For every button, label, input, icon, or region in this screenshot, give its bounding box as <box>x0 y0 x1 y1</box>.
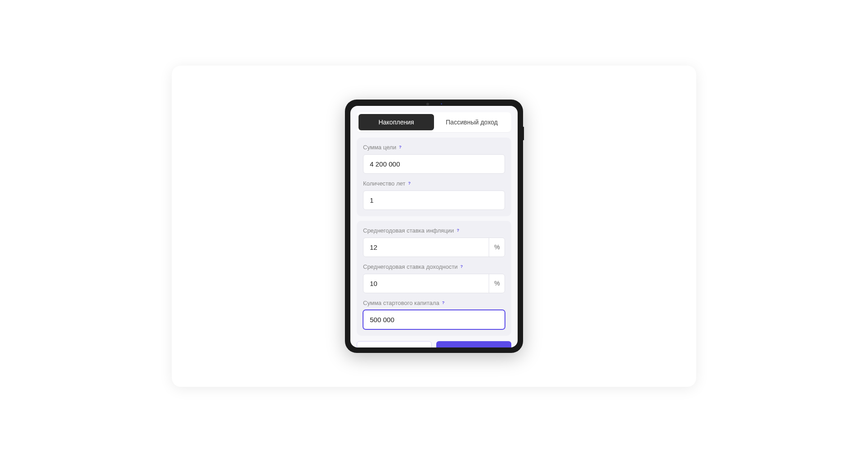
camera-dot <box>426 103 429 105</box>
field-start-capital: Сумма стартового капитала ? <box>363 300 505 329</box>
help-icon[interactable]: ? <box>457 228 459 233</box>
years-label: Количество лет <box>363 180 406 187</box>
start-capital-input[interactable] <box>363 310 505 329</box>
tab-savings[interactable]: Накопления <box>359 114 434 130</box>
field-return-rate: Среднегодовая ставка доходности ? % <box>363 263 505 293</box>
tabs: Накопления Пассивный доход <box>357 112 511 132</box>
help-icon[interactable]: ? <box>399 145 401 149</box>
calculate-button[interactable]: Рассчитать <box>436 341 511 347</box>
help-icon[interactable]: ? <box>460 264 463 269</box>
tab-passive-income[interactable]: Пассивный доход <box>434 114 509 130</box>
field-years: Количество лет ? <box>363 180 505 210</box>
years-input[interactable] <box>363 190 505 210</box>
goal-amount-label: Сумма цели <box>363 144 396 151</box>
section-goal: Сумма цели ? Количество лет ? <box>357 138 511 216</box>
return-rate-input[interactable] <box>363 274 505 293</box>
tablet-notch <box>414 102 454 106</box>
return-rate-label: Среднегодовая ставка доходности <box>363 263 458 270</box>
field-inflation: Среднегодовая ставка инфляции ? % <box>363 227 505 257</box>
tablet-frame: Накопления Пассивный доход Сумма цели ? … <box>345 100 523 353</box>
inflation-input[interactable] <box>363 238 505 257</box>
tablet-side-button <box>523 127 524 140</box>
inflation-label: Среднегодовая ставка инфляции <box>363 227 454 234</box>
sensor-dot <box>441 103 442 105</box>
screen: Накопления Пассивный доход Сумма цели ? … <box>350 106 518 347</box>
button-row: Сбросить Рассчитать <box>357 341 511 347</box>
goal-amount-input[interactable] <box>363 154 505 174</box>
section-rates: Среднегодовая ставка инфляции ? % Средне… <box>357 221 511 336</box>
start-capital-label: Сумма стартового капитала <box>363 300 439 306</box>
outer-card: Накопления Пассивный доход Сумма цели ? … <box>172 66 696 387</box>
field-goal-amount: Сумма цели ? <box>363 144 505 174</box>
reset-button[interactable]: Сбросить <box>357 341 432 347</box>
help-icon[interactable]: ? <box>442 300 445 305</box>
help-icon[interactable]: ? <box>408 181 411 186</box>
